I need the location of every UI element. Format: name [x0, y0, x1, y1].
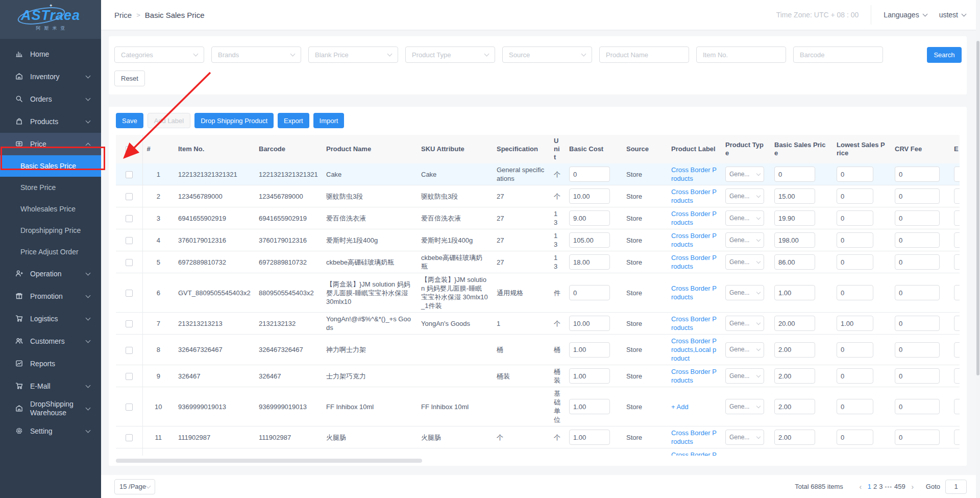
- filter-input-barcode[interactable]: [793, 46, 883, 63]
- filter-input-product-name[interactable]: [599, 46, 689, 63]
- page-button-1[interactable]: 1: [867, 483, 872, 490]
- product-type-select[interactable]: Gene...: [725, 167, 764, 182]
- overflow-input[interactable]: [954, 254, 960, 270]
- basic-sales-price-input[interactable]: [774, 316, 815, 331]
- lowest-sales-price-input[interactable]: [837, 188, 873, 204]
- basic-sales-price-input[interactable]: [774, 210, 815, 226]
- crv-fee-input[interactable]: [895, 285, 940, 300]
- basic-sales-price-input[interactable]: [774, 285, 815, 300]
- sidebar-item-e-mall[interactable]: E-Mall: [0, 375, 101, 397]
- sidebar-item-orders[interactable]: Orders: [0, 88, 101, 110]
- crv-fee-input[interactable]: [895, 316, 940, 331]
- window-scrollbar-thumb[interactable]: [976, 41, 979, 375]
- row-checkbox[interactable]: [126, 215, 133, 222]
- overflow-input[interactable]: [954, 368, 960, 384]
- crv-fee-input[interactable]: [895, 210, 940, 226]
- row-checkbox[interactable]: [126, 237, 133, 244]
- sidebar-item-promotion[interactable]: Promotion: [0, 285, 101, 307]
- basic-sales-price-input[interactable]: [774, 368, 815, 384]
- sidebar-item-dropshipping-price[interactable]: Dropshipping Price: [0, 220, 101, 241]
- lowest-sales-price-input[interactable]: [837, 254, 873, 270]
- row-checkbox[interactable]: [126, 259, 133, 266]
- overflow-input[interactable]: [954, 285, 960, 300]
- product-label-link[interactable]: Cross Border Products,Local product: [671, 451, 717, 456]
- row-checkbox[interactable]: [126, 290, 133, 297]
- product-label-link[interactable]: Cross Border Products: [671, 429, 717, 445]
- overflow-input[interactable]: [954, 210, 960, 226]
- crv-fee-input[interactable]: [895, 188, 940, 204]
- filter-select-blank-price[interactable]: Blank Price: [308, 46, 398, 63]
- product-label-link[interactable]: Cross Border Products: [671, 368, 717, 384]
- product-label-link[interactable]: Cross Border Products: [671, 188, 717, 204]
- basic-cost-input[interactable]: [569, 368, 610, 384]
- search-button[interactable]: Search: [927, 47, 962, 63]
- goto-page-input[interactable]: [945, 480, 967, 494]
- sidebar-item-inventory[interactable]: Inventory: [0, 65, 101, 88]
- filter-select-brands[interactable]: Brands: [211, 46, 301, 63]
- product-type-select[interactable]: Gene...: [725, 399, 764, 414]
- lowest-sales-price-input[interactable]: [837, 342, 873, 358]
- product-type-select[interactable]: Gene...: [725, 254, 764, 270]
- row-checkbox[interactable]: [126, 171, 133, 178]
- overflow-input[interactable]: [954, 232, 960, 248]
- row-checkbox[interactable]: [126, 193, 133, 200]
- product-type-select[interactable]: Gene...: [725, 232, 764, 248]
- page-button-459[interactable]: 459: [893, 483, 906, 490]
- product-type-select[interactable]: Gene...: [725, 342, 764, 358]
- basic-cost-input[interactable]: [569, 342, 610, 358]
- crv-fee-input[interactable]: [895, 368, 940, 384]
- prev-page-button[interactable]: ‹: [854, 483, 867, 491]
- basic-sales-price-input[interactable]: [774, 399, 815, 414]
- row-checkbox[interactable]: [126, 373, 133, 380]
- product-type-select[interactable]: Gene...: [725, 316, 764, 331]
- lowest-sales-price-input[interactable]: [837, 399, 873, 414]
- filter-select-categories[interactable]: Categories: [114, 46, 204, 63]
- overflow-input[interactable]: [954, 430, 960, 445]
- basic-cost-input[interactable]: [569, 430, 610, 445]
- sidebar-item-logistics[interactable]: Logistics: [0, 307, 101, 330]
- product-label-link[interactable]: Cross Border Products: [671, 166, 717, 182]
- sidebar-item-customers[interactable]: Customers: [0, 330, 101, 352]
- sidebar-item-home[interactable]: Home: [0, 43, 101, 65]
- crv-fee-input[interactable]: [895, 399, 940, 414]
- overflow-input[interactable]: [954, 399, 960, 414]
- basic-cost-input[interactable]: [569, 210, 610, 226]
- lowest-sales-price-input[interactable]: [837, 210, 873, 226]
- sidebar-item-price[interactable]: Price: [0, 133, 101, 155]
- filter-select-product-type[interactable]: Product Type: [405, 46, 495, 63]
- product-label-link[interactable]: Cross Border Products,Local product: [671, 337, 717, 362]
- basic-cost-input[interactable]: [569, 254, 610, 270]
- sidebar-item-products[interactable]: Products: [0, 110, 101, 133]
- add-label-link[interactable]: + Add: [671, 403, 689, 411]
- lowest-sales-price-input[interactable]: [837, 316, 873, 331]
- filter-input-item-no[interactable]: [696, 46, 786, 63]
- basic-sales-price-input[interactable]: [774, 232, 815, 248]
- lowest-sales-price-input[interactable]: [837, 285, 873, 300]
- next-page-button[interactable]: ›: [906, 483, 919, 491]
- product-type-select[interactable]: Gene...: [725, 430, 764, 445]
- basic-sales-price-input[interactable]: [774, 188, 815, 204]
- crv-fee-input[interactable]: [895, 430, 940, 445]
- sidebar-item-wholesales-price[interactable]: Wholesales Price: [0, 198, 101, 220]
- lowest-sales-price-input[interactable]: [837, 232, 873, 248]
- export-button[interactable]: Export: [278, 113, 309, 128]
- product-label-link[interactable]: Cross Border Products: [671, 284, 717, 301]
- filter-select-source[interactable]: Source: [502, 46, 592, 63]
- page-button-3[interactable]: 3: [878, 483, 884, 490]
- sidebar-item-dropshipping-warehouse[interactable]: DropShipping Warehouse: [0, 397, 101, 420]
- product-type-select[interactable]: Gene...: [725, 285, 764, 300]
- sidebar-item-setting[interactable]: Setting: [0, 420, 101, 442]
- crv-fee-input[interactable]: [895, 167, 940, 182]
- row-checkbox[interactable]: [126, 320, 133, 327]
- crv-fee-input[interactable]: [895, 254, 940, 270]
- sidebar-item-basic-sales-price[interactable]: Basic Sales Price: [0, 155, 101, 177]
- page-size-select[interactable]: 15 /Page: [114, 479, 155, 494]
- breadcrumb-parent[interactable]: Price: [114, 11, 132, 19]
- import-button[interactable]: Import: [313, 113, 345, 128]
- basic-cost-input[interactable]: [569, 285, 610, 300]
- basic-cost-input[interactable]: [569, 232, 610, 248]
- languages-menu[interactable]: Languages: [884, 11, 926, 19]
- user-menu[interactable]: ustest: [939, 11, 966, 19]
- sidebar-item-store-price[interactable]: Store Price: [0, 177, 101, 198]
- overflow-input[interactable]: [954, 316, 960, 331]
